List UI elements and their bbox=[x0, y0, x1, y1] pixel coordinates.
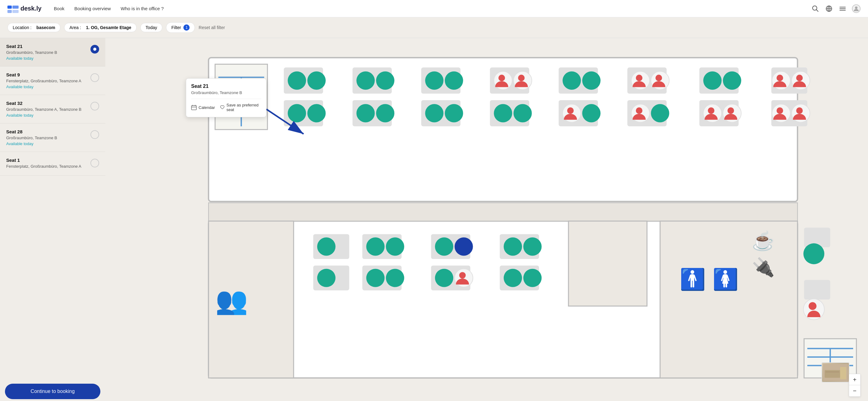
seat-info: Seat 9 Fensterplatz, Großraumbüro, Teamz… bbox=[6, 72, 82, 89]
svg-text:🚹: 🚹 bbox=[680, 267, 706, 292]
svg-point-89 bbox=[317, 237, 336, 256]
nav-who-in-office[interactable]: Who is in the office ? bbox=[121, 5, 164, 12]
header-actions bbox=[811, 4, 861, 13]
svg-rect-3 bbox=[12, 10, 19, 13]
filter-button[interactable]: Filter 1 bbox=[166, 22, 195, 33]
seat-21-popup: Seat 21 Großraumbüro, Teamzone B Calenda… bbox=[186, 78, 267, 117]
svg-point-39 bbox=[445, 71, 463, 90]
svg-point-108 bbox=[504, 269, 522, 287]
area-filter[interactable]: Area : 1. OG, Gesamte Etage bbox=[64, 23, 136, 32]
svg-point-107 bbox=[523, 237, 541, 256]
seat-radio-seat-32[interactable] bbox=[90, 102, 99, 110]
seat-name: Seat 21 bbox=[6, 44, 57, 49]
area-label: Area : bbox=[69, 25, 81, 30]
heart-icon bbox=[220, 105, 225, 110]
svg-point-48 bbox=[494, 104, 512, 122]
calendar-action[interactable]: Calendar bbox=[191, 105, 215, 110]
svg-point-90 bbox=[317, 269, 336, 287]
seat-radio-seat-28[interactable] bbox=[90, 130, 99, 139]
filter-bar: Location : basecom Area : 1. OG, Gesamte… bbox=[0, 17, 868, 38]
svg-point-95 bbox=[366, 269, 384, 287]
svg-point-81 bbox=[777, 107, 783, 114]
svg-rect-0 bbox=[7, 6, 12, 9]
svg-line-5 bbox=[816, 9, 818, 11]
seat-item-seat-9[interactable]: Seat 9 Fensterplatz, Großraumbüro, Teamz… bbox=[0, 67, 105, 95]
zoom-in-button[interactable]: + bbox=[849, 374, 860, 385]
seat-sub: Großraumbüro, Teamzone B bbox=[6, 50, 57, 55]
svg-rect-2 bbox=[12, 6, 19, 9]
svg-rect-84 bbox=[209, 203, 797, 221]
svg-point-27 bbox=[307, 71, 326, 90]
seat-sub: Fensterplatz, Großraumbüro, Teamzone A bbox=[6, 78, 82, 83]
calendar-label: Calendar bbox=[198, 105, 215, 110]
svg-point-69 bbox=[723, 71, 741, 90]
reset-filter-button[interactable]: Reset all filter bbox=[198, 25, 225, 30]
svg-point-40 bbox=[425, 104, 443, 122]
popup-subtitle: Großraumbüro, Teamzone B bbox=[191, 90, 261, 95]
popup-divider bbox=[191, 99, 261, 99]
logo-text: desk.ly bbox=[21, 5, 41, 12]
seat-sub: Großraumbüro, Teamzone B bbox=[6, 136, 57, 140]
seat-item-seat-21[interactable]: Seat 21 Großraumbüro, Teamzone B Availab… bbox=[0, 38, 105, 67]
svg-text:👥: 👥 bbox=[215, 285, 248, 316]
svg-rect-133 bbox=[825, 370, 840, 378]
zoom-controls: + − bbox=[849, 374, 861, 397]
globe-icon[interactable] bbox=[825, 4, 833, 13]
svg-point-106 bbox=[504, 237, 522, 256]
zoom-out-button[interactable]: − bbox=[849, 385, 860, 396]
svg-rect-110 bbox=[568, 221, 647, 306]
svg-rect-1 bbox=[7, 10, 12, 13]
svg-point-32 bbox=[356, 71, 375, 90]
svg-point-53 bbox=[582, 71, 600, 90]
filter-count: 1 bbox=[183, 25, 190, 31]
seat-item-seat-32[interactable]: Seat 32 Großraumbüro, Teamzone A, Teamzo… bbox=[0, 95, 105, 124]
menu-icon[interactable] bbox=[838, 4, 847, 13]
svg-point-117 bbox=[803, 243, 824, 264]
svg-point-94 bbox=[386, 237, 404, 256]
seat-avail: Available today bbox=[6, 85, 82, 89]
seat-avail: Available today bbox=[6, 56, 57, 61]
svg-point-62 bbox=[655, 74, 662, 81]
seat-info: Seat 28 Großraumbüro, Teamzone B Availab… bbox=[6, 129, 57, 146]
seat-list: Seat 21 Großraumbüro, Teamzone B Availab… bbox=[0, 38, 105, 401]
svg-point-60 bbox=[636, 74, 643, 81]
svg-rect-118 bbox=[804, 280, 831, 300]
seat-radio-seat-1[interactable] bbox=[90, 159, 99, 167]
preferred-seat-action[interactable]: Save as preferred seat bbox=[220, 103, 261, 112]
seat-item-seat-28[interactable]: Seat 28 Großraumbüro, Teamzone B Availab… bbox=[0, 124, 105, 152]
seat-item-seat-1[interactable]: Seat 1 Fensterplatz, Großraumbüro, Teamz… bbox=[0, 152, 105, 176]
logo[interactable]: desk.ly bbox=[7, 4, 41, 13]
svg-rect-135 bbox=[826, 372, 839, 372]
floor-plan[interactable]: 👥 bbox=[105, 38, 868, 401]
user-avatar[interactable] bbox=[852, 4, 861, 13]
search-icon[interactable] bbox=[811, 4, 820, 13]
svg-point-68 bbox=[703, 71, 721, 90]
seat-radio-seat-9[interactable] bbox=[90, 73, 99, 82]
seat-name: Seat 28 bbox=[6, 129, 57, 134]
svg-rect-134 bbox=[840, 367, 846, 379]
svg-point-65 bbox=[651, 104, 669, 122]
filter-label: Filter bbox=[171, 25, 181, 30]
svg-point-33 bbox=[376, 71, 394, 90]
today-filter[interactable]: Today bbox=[140, 23, 162, 32]
svg-point-47 bbox=[518, 74, 524, 81]
svg-point-56 bbox=[582, 104, 600, 122]
svg-point-73 bbox=[727, 107, 734, 114]
svg-point-100 bbox=[455, 237, 473, 256]
calendar-icon bbox=[191, 105, 197, 110]
seat-info: Seat 32 Großraumbüro, Teamzone A, Teamzo… bbox=[6, 101, 82, 118]
svg-point-52 bbox=[563, 71, 581, 90]
svg-point-71 bbox=[708, 107, 714, 114]
nav-booking-overview[interactable]: Booking overview bbox=[74, 5, 111, 12]
svg-point-29 bbox=[307, 104, 326, 122]
continue-to-booking-button[interactable]: Continue to booking bbox=[5, 384, 100, 399]
seat-radio-seat-21[interactable] bbox=[90, 45, 99, 54]
svg-point-99 bbox=[435, 237, 453, 256]
svg-point-96 bbox=[386, 269, 404, 287]
popup-title: Seat 21 bbox=[191, 83, 261, 89]
seat-info: Seat 1 Fensterplatz, Großraumbüro, Teamz… bbox=[6, 158, 82, 170]
nav-book[interactable]: Book bbox=[54, 5, 64, 12]
location-filter[interactable]: Location : basecom bbox=[7, 23, 60, 32]
svg-point-35 bbox=[376, 104, 394, 122]
svg-point-26 bbox=[288, 71, 306, 90]
